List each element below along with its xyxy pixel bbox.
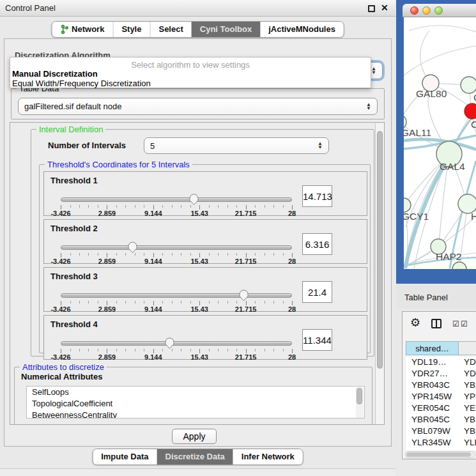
column-header-shared[interactable]: shared… (406, 341, 459, 355)
slider-tick (162, 205, 163, 208)
table-row[interactable]: YDL19…YDL1 (406, 357, 476, 368)
table-row[interactable]: YBR045CYBR0 (406, 414, 476, 426)
tab-impute-data[interactable]: Impute Data (93, 449, 157, 464)
slider-track[interactable] (61, 293, 292, 298)
slider-tick (218, 253, 219, 256)
slider-tick (153, 205, 154, 210)
table-row[interactable]: YER054CYER0 (406, 403, 476, 414)
network-canvas[interactable]: GAL80GCGAL11GAL4GCY1HHAP2 (404, 17, 476, 269)
network-node[interactable] (404, 198, 411, 212)
combo-spinner-icon: ▲▼ (371, 67, 376, 75)
tab-jactivemnodules[interactable]: jActiveMNodules (260, 22, 344, 37)
network-icon (60, 24, 68, 35)
slider-thumb[interactable] (238, 289, 249, 302)
slider-tick (255, 301, 256, 303)
slider-tick (61, 349, 61, 353)
interval-definition-group: Interval Definition Number of Intervals … (31, 129, 374, 357)
slider-tick (227, 205, 228, 208)
tick-label: 9.144 (144, 305, 162, 313)
dropdown-option-equal-width-frequency[interactable]: Equal Width/Frequency Discretization (12, 79, 151, 88)
dropdown-option-manual-discretization[interactable]: Manual Discretization (12, 69, 98, 79)
tick-label: 28 (288, 353, 296, 361)
network-node-label: GAL11 (404, 127, 431, 138)
numerical-attributes-list[interactable]: SelfLoopsTopologicalCoefficientBetweenne… (26, 386, 365, 418)
tab-network[interactable]: Network (52, 22, 112, 37)
column-header-name[interactable]: n (459, 341, 476, 355)
threshold-label: Threshold 4 (50, 319, 98, 329)
tick-label: -3.426 (50, 210, 70, 217)
attribute-list-item[interactable]: TopologicalCoefficient (27, 398, 364, 410)
network-node[interactable] (461, 77, 476, 93)
tick-label: 28 (288, 305, 296, 313)
checkbox-icon[interactable]: ☑ (461, 319, 468, 328)
tick-label: 15.43 (190, 257, 208, 265)
slider-tick (116, 301, 117, 303)
table-body[interactable]: YDL19…YDL1YDR27…YDR2YBR043CYBR0YPR145WYP… (406, 357, 476, 450)
close-traffic-light-icon[interactable] (410, 6, 418, 15)
tab-discretize-data[interactable]: Discretize Data (157, 449, 233, 464)
threshold-value-field[interactable]: 6.316 (302, 233, 332, 255)
panel-vertical-scrollbar[interactable] (375, 123, 384, 424)
table-row[interactable]: YBL079WYBL0 (406, 426, 476, 437)
slider-thumb[interactable] (127, 241, 138, 254)
minimize-traffic-light-icon[interactable] (422, 6, 431, 15)
table-row[interactable]: YIL052CYIL0 (406, 449, 476, 450)
apply-button[interactable]: Apply (172, 429, 217, 444)
table-row[interactable]: YPR145WYPR1 (406, 391, 476, 403)
slider-tick (125, 301, 126, 303)
close-icon[interactable]: ✕ (381, 3, 388, 13)
threshold-value-field[interactable]: 11.344 (302, 329, 332, 351)
slider-track[interactable] (61, 197, 292, 202)
slider-tick (273, 301, 274, 303)
slider-tick (61, 253, 61, 257)
slider-track[interactable] (61, 245, 292, 250)
slider-track[interactable] (61, 341, 292, 346)
table-row[interactable]: YLR345WYLR3 (406, 437, 476, 449)
threshold-value-field[interactable]: 14.713 (302, 185, 332, 207)
scrollbar-thumb[interactable] (357, 388, 362, 404)
network-node-label: G (473, 92, 476, 103)
slider-tick (61, 205, 61, 210)
slider-tick (98, 301, 98, 303)
number-of-intervals-label: Number of Intervals (48, 141, 126, 150)
threshold-label: Threshold 1 (50, 176, 98, 185)
cyni-main-panel: Discretization Algorithm ▲▼ Select algor… (4, 38, 392, 447)
screen: Control Panel ✕ Network Style Select Cyn… (0, 0, 476, 476)
gear-icon[interactable]: ⚙ (410, 316, 420, 330)
slider-tick (209, 301, 210, 303)
tab-infer-network[interactable]: Infer Network (233, 449, 303, 464)
zoom-traffic-light-icon[interactable] (434, 6, 443, 15)
table-data-combobox[interactable]: galFiltered.sif default node ▲▼ (18, 98, 378, 115)
tick-label: -3.426 (50, 305, 70, 313)
tab-style[interactable]: Style (112, 22, 150, 37)
tick-label: 28 (288, 210, 296, 217)
slider-thumb[interactable] (164, 337, 175, 349)
control-panel: Control Panel ✕ Network Style Select Cyn… (0, 0, 395, 476)
float-window-icon[interactable] (368, 5, 375, 12)
table-row[interactable]: YDR27…YDR2 (406, 368, 476, 380)
network-window-titlebar[interactable] (403, 4, 476, 17)
slider-thumb[interactable] (188, 193, 199, 206)
scrollbar-thumb[interactable] (406, 452, 471, 457)
split-columns-icon[interactable] (431, 319, 441, 328)
network-node[interactable] (464, 104, 476, 119)
network-node[interactable] (452, 262, 466, 269)
tab-select[interactable]: Select (150, 22, 191, 37)
scrollbar-thumb[interactable] (377, 131, 383, 369)
threshold-value-field[interactable]: 21.4 (302, 281, 332, 303)
attributes-scrollbar[interactable] (356, 387, 364, 418)
table-row[interactable]: YBR043CYBR0 (406, 380, 476, 391)
number-of-intervals-combobox[interactable]: 5 ▲▼ (144, 137, 329, 154)
tab-cyni-toolbox[interactable]: Cyni Toolbox (192, 22, 260, 37)
table-data-value: galFiltered.sif default node (24, 102, 121, 111)
attribute-list-item[interactable]: SelfLoops (27, 387, 364, 398)
attribute-list-item[interactable]: BetweennessCentrality (27, 410, 364, 418)
slider-tick (70, 349, 71, 351)
slider-tick (246, 253, 247, 257)
slider-tick (135, 301, 135, 303)
slider-tick (107, 253, 107, 257)
checkbox-icon[interactable]: ☑ (452, 319, 459, 328)
slider-tick (255, 253, 256, 256)
table-horizontal-scrollbar[interactable] (405, 451, 475, 458)
slider-tick (190, 205, 191, 208)
